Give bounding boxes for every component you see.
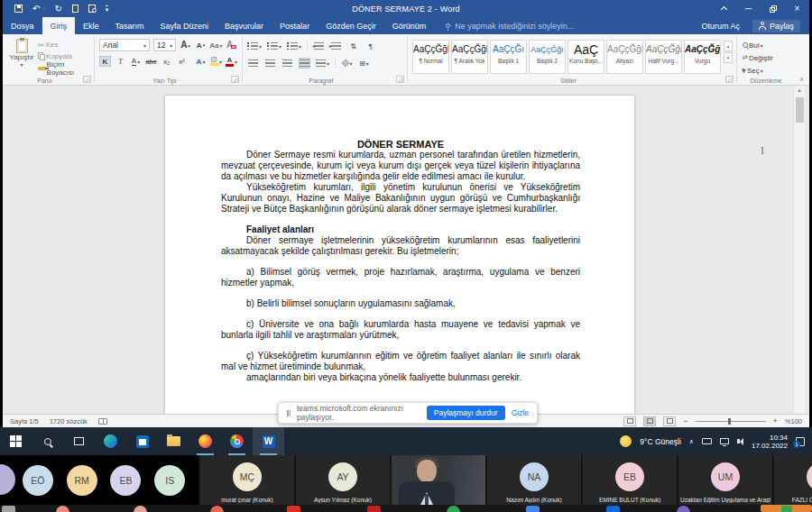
dock-icon[interactable] bbox=[447, 506, 460, 512]
participant-tile[interactable]: MÇ murat çınar (Konuk) bbox=[200, 455, 294, 505]
tell-me-search[interactable]: Ne yapmak istediğinizi söyleyin... bbox=[446, 17, 574, 34]
task-view-button[interactable] bbox=[63, 427, 95, 455]
clear-formatting-button[interactable]: A bbox=[226, 40, 237, 50]
web-layout-button[interactable] bbox=[663, 416, 676, 426]
participant-video-tile[interactable] bbox=[392, 455, 485, 505]
paragraph-dialog-launcher[interactable]: ◿ bbox=[396, 76, 404, 83]
increase-indent-button[interactable]: ▸ bbox=[330, 41, 342, 51]
select-button[interactable]: Seç▾ bbox=[743, 65, 789, 76]
taskbar-file-explorer[interactable] bbox=[158, 427, 189, 455]
cut-button[interactable]: ✂Kes bbox=[38, 40, 91, 50]
proofing-book-icon[interactable] bbox=[98, 418, 107, 425]
highlight-color-button[interactable]: ▾ bbox=[210, 56, 222, 67]
dock-icon[interactable] bbox=[606, 506, 620, 512]
zoom-level[interactable]: %100 bbox=[785, 417, 802, 425]
dock-icon[interactable] bbox=[526, 506, 540, 512]
save-button[interactable] bbox=[14, 5, 23, 13]
tab-sayfa-duzeni[interactable]: Sayfa Düzeni bbox=[152, 17, 217, 34]
styles-dialog-launcher[interactable]: ◿ bbox=[725, 76, 734, 83]
align-right-button[interactable] bbox=[281, 58, 293, 69]
action-center-icon[interactable]: 1 bbox=[796, 437, 805, 446]
styles-scroll-up-button[interactable]: ▴ bbox=[724, 41, 733, 51]
word-count[interactable]: 1720 sözcük bbox=[50, 417, 88, 425]
strikethrough-button[interactable]: abc bbox=[145, 56, 157, 67]
dock-icon[interactable] bbox=[287, 506, 300, 512]
font-dialog-launcher[interactable]: ◿ bbox=[231, 76, 239, 83]
font-size-combo[interactable]: 12▾ bbox=[153, 39, 176, 51]
sign-in-button[interactable]: Oturum Aç bbox=[701, 22, 740, 31]
hide-banner-link[interactable]: Gizle bbox=[512, 408, 529, 417]
style-aralik-yok[interactable]: AaÇçĞğHı¶ Aralık Yok bbox=[451, 40, 488, 74]
justify-button[interactable] bbox=[299, 58, 310, 69]
tab-basvurular[interactable]: Başvurular bbox=[217, 17, 272, 34]
subscript-button[interactable]: x₂ bbox=[161, 56, 172, 67]
participant-tile[interactable]: EB EMİNE BULUT (Konuk) bbox=[583, 455, 677, 505]
taskbar-store[interactable] bbox=[126, 427, 158, 455]
dock-icon[interactable] bbox=[2, 506, 15, 512]
start-button[interactable] bbox=[0, 427, 32, 455]
tab-postalar[interactable]: Postalar bbox=[272, 17, 318, 34]
network-icon[interactable] bbox=[720, 438, 729, 444]
style-konu-basligi[interactable]: AaÇKonu Başlı... bbox=[567, 40, 604, 74]
participant-tile[interactable]: NA Nazım Aydın (Konuk) bbox=[487, 455, 581, 505]
style-baslik-1[interactable]: AaÇçĞıBaşlık 1 bbox=[490, 40, 527, 74]
style-normal[interactable]: AaÇçĞğHı¶ Normal bbox=[412, 40, 449, 74]
taskbar-search-button[interactable] bbox=[32, 427, 63, 455]
paste-button[interactable]: Yapıştır ▾ bbox=[7, 39, 36, 73]
participant-tile[interactable]: FÖ FAZLI ÖZTEL (Konuk) bbox=[774, 455, 812, 505]
style-vurgu[interactable]: AaÇçĞğHıVurgu bbox=[684, 40, 721, 74]
replace-button[interactable]: ⇄Değiştir bbox=[743, 52, 789, 63]
grow-font-button[interactable]: A▴ bbox=[180, 40, 191, 50]
zoom-slider-thumb[interactable] bbox=[728, 418, 731, 425]
speaker-icon[interactable] bbox=[737, 438, 743, 445]
collapse-ribbon-button[interactable]: ∧ bbox=[799, 76, 804, 83]
find-button[interactable]: Bul▾ bbox=[743, 40, 789, 50]
scroll-up-icon[interactable]: ▲ bbox=[794, 86, 805, 93]
participant-group-tile[interactable]: EÖ RM EB IS bbox=[0, 455, 198, 505]
share-button[interactable]: Paylaş bbox=[752, 20, 800, 32]
style-baslik-2[interactable]: AaÇçĞğıBaşlık 2 bbox=[529, 40, 566, 74]
tab-dosya[interactable]: Dosya bbox=[3, 17, 42, 34]
participant-tile[interactable]: AY Aysun Yılmaz (Konuk) bbox=[296, 455, 390, 505]
change-case-button[interactable]: Aa▾ bbox=[210, 40, 222, 50]
clipboard-dialog-launcher[interactable]: ◿ bbox=[83, 76, 91, 83]
line-spacing-button[interactable]: ▾ bbox=[316, 58, 329, 69]
dock-icon[interactable] bbox=[677, 506, 690, 512]
tab-ekle[interactable]: Ekle bbox=[75, 17, 107, 34]
shading-button[interactable]: ▾ bbox=[341, 58, 353, 69]
superscript-button[interactable]: x² bbox=[176, 56, 188, 67]
undo-button[interactable]: ↶▾ bbox=[32, 5, 44, 14]
tab-gorunum[interactable]: Görünüm bbox=[384, 17, 435, 34]
decrease-indent-button[interactable]: ◂ bbox=[313, 41, 325, 51]
show-hidden-icons-button[interactable]: ∧ bbox=[689, 438, 694, 445]
align-left-button[interactable] bbox=[247, 58, 259, 69]
dock-icon[interactable] bbox=[210, 506, 224, 512]
print-layout-button[interactable] bbox=[643, 416, 656, 426]
dock-icon[interactable] bbox=[56, 506, 69, 512]
restore-button[interactable] bbox=[761, 0, 785, 17]
stop-sharing-button[interactable]: Paylaşmayı durdur bbox=[427, 406, 505, 420]
vertical-scrollbar[interactable]: ▲ bbox=[793, 86, 805, 414]
taskbar-clock[interactable]: 10:34 17.02.2022 bbox=[752, 434, 788, 450]
ribbon-display-options-button[interactable] bbox=[712, 0, 736, 17]
shrink-font-button[interactable]: A▾ bbox=[195, 40, 207, 50]
page-count[interactable]: Sayfa 1/5 bbox=[10, 417, 39, 425]
tab-giris[interactable]: Giriş bbox=[42, 17, 76, 34]
close-button[interactable]: × bbox=[785, 0, 809, 17]
sort-button[interactable]: ⇅ bbox=[347, 41, 359, 51]
weather-widget[interactable]: 9°C Güneşli bbox=[640, 437, 680, 446]
dock-icon[interactable] bbox=[367, 506, 381, 512]
zoom-slider[interactable] bbox=[696, 421, 766, 422]
taskbar-firefox[interactable] bbox=[189, 427, 221, 455]
multilevel-list-button[interactable]: ▾ bbox=[287, 41, 301, 51]
repeat-button[interactable]: ↻ bbox=[54, 5, 61, 14]
styles-scroll-down-button[interactable]: ▾ bbox=[724, 52, 733, 63]
tab-gozden-gecir[interactable]: Gözden Geçir bbox=[318, 17, 384, 34]
numbering-button[interactable]: ▾ bbox=[267, 41, 281, 51]
dock-icon[interactable] bbox=[134, 506, 147, 512]
underline-button[interactable]: A▾ bbox=[130, 56, 142, 67]
bold-button[interactable]: K bbox=[99, 56, 111, 67]
document-area[interactable]: DÖNER SERMAYE Döner Sermaye resmi kuruml… bbox=[3, 86, 809, 414]
participant-tile[interactable]: UM Uzaktan Eğitim Uygulama ve Araştır... bbox=[678, 455, 772, 505]
taskbar-chrome[interactable] bbox=[221, 427, 253, 455]
